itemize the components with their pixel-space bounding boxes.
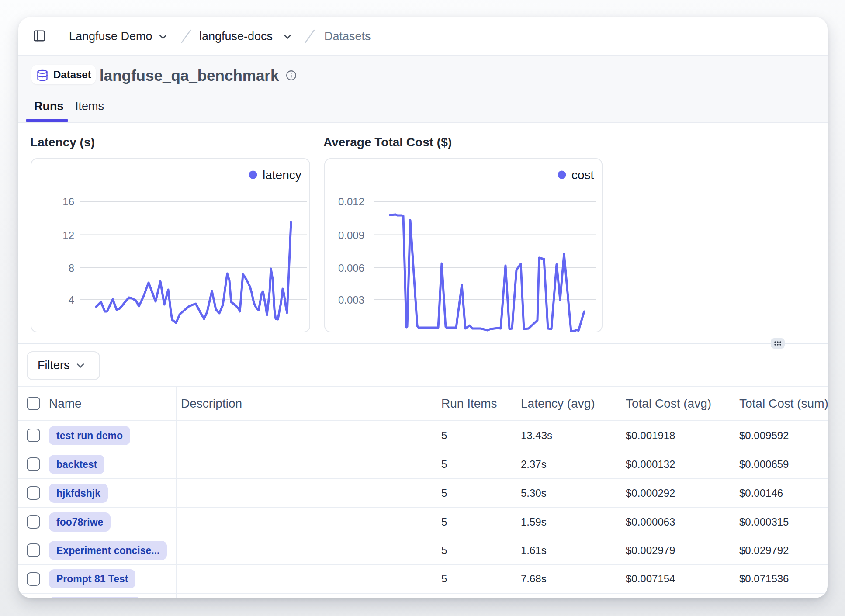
svg-text:0.006: 0.006 [338,262,364,274]
svg-text:cost: cost [571,168,594,182]
svg-text:4: 4 [69,294,74,306]
svg-text:latency: latency [263,168,301,182]
svg-text:0.003: 0.003 [338,294,364,306]
svg-text:0.012: 0.012 [338,196,364,208]
svg-text:16: 16 [62,196,74,208]
svg-text:12: 12 [62,229,74,241]
svg-text:0.009: 0.009 [338,229,364,241]
svg-text:8: 8 [69,262,74,274]
